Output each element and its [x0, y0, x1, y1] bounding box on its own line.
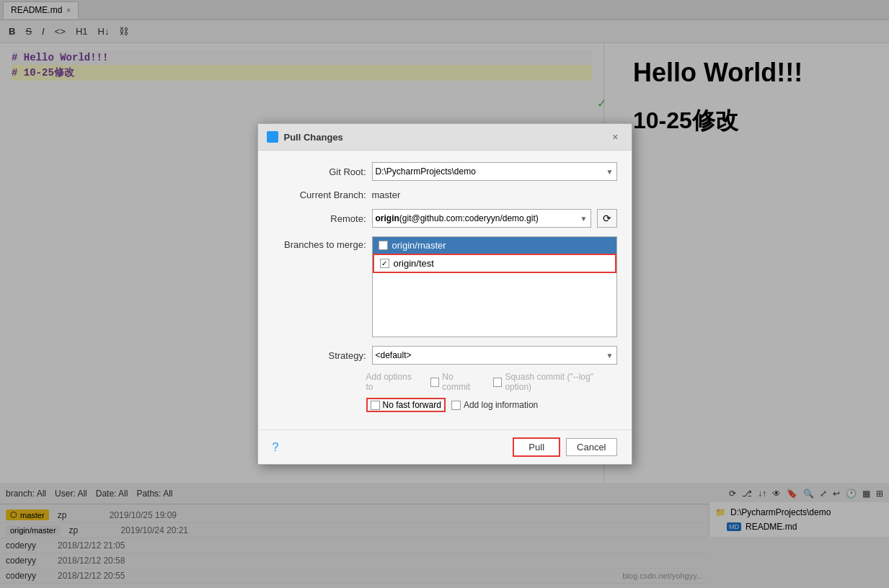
git-root-row: Git Root: D:\PycharmProjects\demo ▼: [273, 162, 617, 181]
modal-close-btn[interactable]: ×: [608, 130, 622, 144]
no-commit-checkbox[interactable]: [430, 378, 439, 387]
no-fast-forward-label: No fast forward: [383, 400, 441, 410]
pycharm-icon: [267, 131, 278, 143]
branch-item-origin-test[interactable]: origin/test: [373, 254, 616, 273]
strategy-arrow: ▼: [606, 352, 614, 360]
current-branch-value: master: [372, 190, 401, 200]
strategy-select[interactable]: <default> ▼: [372, 346, 617, 365]
squash-commit-checkbox[interactable]: [493, 378, 503, 387]
remote-value: origin(git@github.com:coderyyn/demo.git): [376, 213, 539, 223]
git-root-select[interactable]: D:\PycharmProjects\demo ▼: [372, 162, 617, 181]
branches-row: Branches to merge: origin/master origin/…: [273, 236, 617, 337]
branch-list[interactable]: origin/master origin/test: [372, 236, 617, 337]
current-branch-row: Current Branch: master: [273, 190, 617, 200]
remote-select[interactable]: origin(git@github.com:coderyyn/demo.git)…: [372, 209, 591, 228]
modal-overlay: Pull Changes × Git Root: D:\PycharmProje…: [0, 0, 889, 588]
remote-label: Remote:: [273, 213, 366, 224]
add-log-option[interactable]: Add log information: [451, 400, 538, 410]
squash-commit-label: Squash commit ("--log" option): [505, 372, 616, 392]
add-log-checkbox[interactable]: [451, 401, 461, 410]
options-row-1: Add options to No commit Squash commit (…: [273, 372, 617, 392]
add-options-btn: Add options to: [366, 372, 419, 392]
pull-btn[interactable]: Pull: [513, 437, 560, 457]
no-commit-label: No commit: [442, 372, 482, 392]
refresh-remote-btn[interactable]: ⟳: [597, 209, 617, 228]
branch-name-origin-master: origin/master: [392, 240, 446, 251]
modal-title-text: Pull Changes: [284, 132, 343, 143]
branch-item-origin-master[interactable]: origin/master: [373, 237, 616, 254]
modal-body: Git Root: D:\PycharmProjects\demo ▼ Curr…: [258, 151, 632, 429]
current-branch-label: Current Branch:: [273, 190, 366, 200]
git-root-arrow: ▼: [606, 168, 614, 176]
no-commit-option[interactable]: No commit: [430, 372, 482, 392]
options-row-2: No fast forward Add log information: [273, 398, 617, 412]
squash-commit-option[interactable]: Squash commit ("--log" option): [493, 372, 617, 392]
add-log-label: Add log information: [464, 400, 538, 410]
modal-footer: ? Pull Cancel: [258, 429, 632, 464]
strategy-label: Strategy:: [273, 350, 366, 361]
remote-row: Remote: origin(git@github.com:coderyyn/d…: [273, 209, 617, 228]
no-fast-forward-option[interactable]: No fast forward: [366, 398, 446, 412]
git-root-label: Git Root:: [273, 166, 366, 177]
branches-label: Branches to merge:: [273, 236, 366, 250]
strategy-row: Strategy: <default> ▼: [273, 346, 617, 365]
strategy-value: <default>: [376, 350, 412, 360]
no-fast-forward-checkbox[interactable]: [371, 401, 380, 410]
modal-title-container: Pull Changes: [267, 131, 343, 143]
help-icon[interactable]: ?: [273, 441, 279, 454]
remote-arrow: ▼: [580, 215, 588, 223]
branch-checkbox-origin-master[interactable]: [379, 241, 388, 250]
branch-name-origin-test: origin/test: [394, 258, 434, 269]
pull-changes-dialog: Pull Changes × Git Root: D:\PycharmProje…: [257, 123, 632, 465]
branch-checkbox-origin-test[interactable]: [380, 259, 389, 268]
git-root-value: D:\PycharmProjects\demo: [376, 166, 476, 177]
modal-titlebar: Pull Changes ×: [258, 124, 632, 151]
cancel-btn[interactable]: Cancel: [566, 438, 616, 456]
